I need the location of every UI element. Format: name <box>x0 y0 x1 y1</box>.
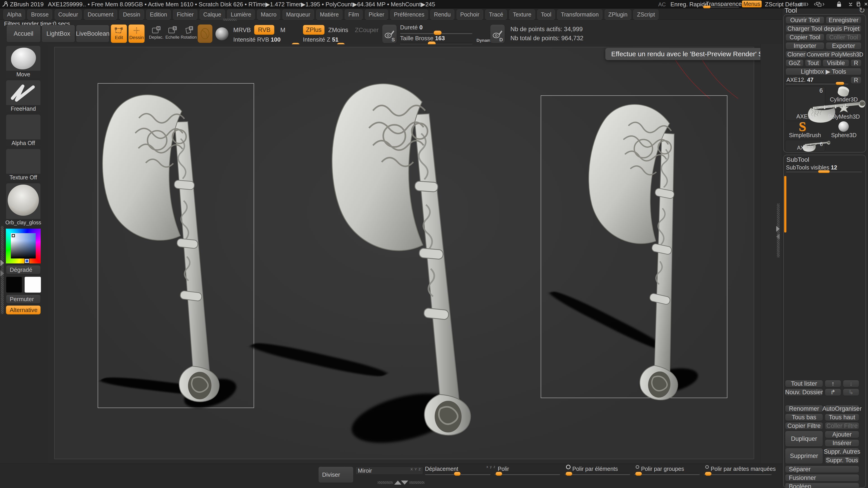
right-tray-open-arrow[interactable] <box>776 226 780 232</box>
zcut-toggle[interactable]: ZCouper <box>355 27 379 34</box>
polish-groups-handle[interactable] <box>635 472 642 476</box>
m-toggle[interactable]: M <box>280 27 285 34</box>
menu-pochoir[interactable]: Pochoir <box>457 9 483 20</box>
left-tray-close-arrow[interactable] <box>0 270 4 276</box>
delete-button[interactable]: Supprimer <box>785 448 823 464</box>
material-preview-sphere[interactable] <box>215 27 229 41</box>
list-all-button[interactable]: Tout lister <box>785 380 823 387</box>
menu-zplugin[interactable]: ZPlugin <box>604 9 631 20</box>
divider-scrub-icon[interactable] <box>797 2 810 7</box>
divider-texture-left[interactable] <box>377 481 393 484</box>
lightbox-tools-button[interactable]: Lightbox ▶ Tools <box>785 68 862 75</box>
polish-track[interactable] <box>495 473 560 475</box>
polish-xyz[interactable]: x y z <box>487 465 496 468</box>
boolean-button[interactable]: Booléen <box>785 483 859 488</box>
zsub-toggle[interactable]: ZMoins <box>328 27 348 34</box>
subtool-visible-handle[interactable] <box>818 170 830 173</box>
menu-calque[interactable]: Calque <box>199 9 225 20</box>
alternative-button[interactable]: Alternative <box>6 305 41 315</box>
menu-trace[interactable]: Tracé <box>485 9 507 20</box>
polish-features-track[interactable] <box>565 473 630 475</box>
copy-tool-button[interactable]: Copier Tool <box>785 34 825 41</box>
mrgb-toggle[interactable]: MRVB <box>233 27 251 34</box>
minimize-icon[interactable] <box>848 2 853 6</box>
menu-marqueur[interactable]: Marqueur <box>283 9 314 20</box>
delete-all-button[interactable]: Suppr. Tous <box>825 457 859 464</box>
gradient-button[interactable]: Dégradé <box>6 265 41 274</box>
move-down-button[interactable]: ↓ <box>843 380 859 387</box>
gyro-rotate-button[interactable]: R Rotation <box>182 26 196 42</box>
tool-item-cylinder3d[interactable]: Cylinder3D <box>826 86 862 103</box>
offset-handle[interactable] <box>454 472 461 476</box>
axe-model-left[interactable] <box>90 76 240 410</box>
rename-button[interactable]: Renommer <box>785 405 823 412</box>
menu-lumiere[interactable]: Lumière <box>227 9 255 20</box>
import-button[interactable]: Importer <box>785 42 825 50</box>
tool-palette-title[interactable]: Tool <box>784 6 797 14</box>
menu-brosse[interactable]: Brosse <box>27 9 52 20</box>
move-into-button[interactable]: ↳ <box>843 389 859 396</box>
tray-collapse-arrow[interactable] <box>401 481 408 485</box>
append-button[interactable]: Ajouter <box>825 431 859 438</box>
export-button[interactable]: Exporter <box>826 42 862 50</box>
menu-rendu[interactable]: Rendu <box>430 9 454 20</box>
all-up-button[interactable]: Tous haut <box>825 414 859 421</box>
stroke-tile[interactable]: FreeHand <box>6 80 41 112</box>
menu-preferences[interactable]: Préférences <box>391 9 428 20</box>
active-tool-tile[interactable]: Move <box>6 46 41 78</box>
draw-size-indicator-button[interactable]: D <box>490 24 505 43</box>
all-down-button[interactable]: Tous bas <box>785 414 823 421</box>
gyro-move-button[interactable]: M Deplac. <box>149 26 163 42</box>
mirror-xyz[interactable]: X Y Z <box>410 467 421 471</box>
subtool-scroll-indicator[interactable] <box>784 176 786 232</box>
polish-crisp-track[interactable] <box>704 473 772 475</box>
goz-all-button[interactable]: Tout <box>805 59 821 67</box>
left-tray-open-arrow[interactable] <box>0 260 4 266</box>
make-polymesh-button[interactable]: Convertir PolyMesh3D <box>809 51 862 58</box>
stroke-indicator-button[interactable]: S <box>382 24 397 43</box>
tool-item-axe12-big[interactable]: 6 AXE12 <box>785 86 825 121</box>
canvas-area[interactable]: Effectue un rendu avec le 'Best-Preview … <box>48 44 761 464</box>
focal-handle[interactable] <box>434 31 442 35</box>
focal-shift-slider[interactable]: Dureté 0 <box>400 24 475 34</box>
tool-refresh-icon[interactable]: ↻ <box>859 6 865 15</box>
focal-track[interactable] <box>400 32 472 34</box>
polish-features-handle[interactable] <box>565 472 572 476</box>
main-color-swatch[interactable] <box>6 276 22 293</box>
left-tray-divider[interactable] <box>1 226 4 314</box>
goz-r-button[interactable]: R <box>850 59 862 67</box>
tool-slider-r-button[interactable]: R <box>850 76 862 84</box>
draw-mode-button[interactable]: Dessin <box>128 24 145 43</box>
tool-slider-track[interactable] <box>785 83 848 84</box>
duplicate-button[interactable]: Dupliquer <box>785 431 823 447</box>
subtool-title[interactable]: SubTool <box>786 156 809 163</box>
secondary-color-swatch[interactable] <box>24 276 41 293</box>
new-folder-button[interactable]: Nouv. Dossier <box>785 389 823 396</box>
split-button[interactable]: Séparer <box>785 466 859 473</box>
document-cycle-icon[interactable] <box>813 2 826 7</box>
polish-slider[interactable]: x y z Polir <box>495 466 560 477</box>
autoreorder-button[interactable]: AutoOrganiser <box>825 405 859 412</box>
lightbox-button[interactable]: LightBox <box>41 25 75 42</box>
tool-item-axe12-small[interactable]: 6 AXE12 <box>785 140 825 152</box>
quick-save-button[interactable]: Enreg. Rapide <box>671 1 708 8</box>
menu-tool[interactable]: Tool <box>537 9 555 20</box>
axe-model-center[interactable] <box>322 64 489 444</box>
home-button[interactable]: Accueil <box>6 25 41 42</box>
swap-colors-button[interactable]: Permuter <box>6 295 41 304</box>
menus-toggle-button[interactable]: Menus <box>742 0 762 7</box>
tool-slider-handle[interactable] <box>836 82 844 85</box>
menu-fichier[interactable]: Fichier <box>173 9 197 20</box>
gyro-scale-button[interactable]: S Echelle <box>165 26 180 42</box>
liveboolean-button[interactable]: LiveBoolean <box>76 25 110 42</box>
subtool-visible-slider[interactable]: SubTools visibles 12 <box>786 164 863 173</box>
move-out-button[interactable]: ↱ <box>825 389 841 396</box>
transparency-slider[interactable] <box>703 6 739 7</box>
subtool-visible-track[interactable] <box>786 171 862 172</box>
alpha-tile[interactable]: Alpha Off <box>6 114 41 147</box>
polish-groups-track[interactable] <box>634 473 700 475</box>
tool-item-polymesh3d[interactable]: PolyMesh3D <box>826 103 862 120</box>
menu-matiere[interactable]: Matière <box>316 9 342 20</box>
menu-alpha[interactable]: Alpha <box>3 9 25 20</box>
right-tray-divider[interactable] <box>777 203 780 258</box>
